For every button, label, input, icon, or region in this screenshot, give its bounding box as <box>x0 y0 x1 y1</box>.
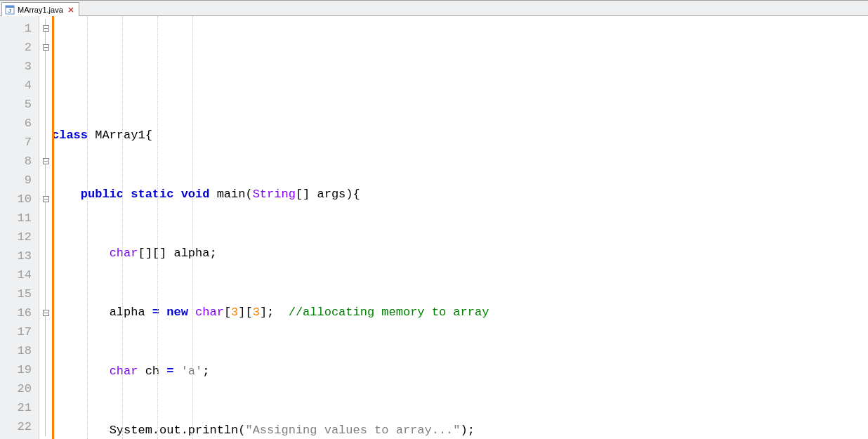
line-number: 9 <box>0 171 39 190</box>
fold-row <box>39 114 52 133</box>
fold-row <box>39 341 52 360</box>
fold-toggle-icon[interactable] <box>43 44 49 51</box>
line-number: 5 <box>0 95 39 114</box>
fold-row <box>39 284 52 303</box>
line-number: 6 <box>0 114 39 133</box>
fold-row <box>39 76 52 95</box>
fold-row <box>39 417 52 436</box>
fold-row <box>39 228 52 247</box>
fold-row <box>39 171 52 190</box>
code-editor[interactable]: 12345678910111213141516171819202122 clas… <box>0 16 868 439</box>
fold-toggle-icon[interactable] <box>43 196 49 202</box>
line-number: 7 <box>0 133 39 152</box>
tab-title: MArray1.java <box>18 6 63 14</box>
code-area[interactable]: class MArray1{ public static void main(S… <box>52 16 868 439</box>
fold-row <box>39 19 52 38</box>
line-number: 20 <box>0 379 39 398</box>
fold-row <box>39 360 52 379</box>
fold-row <box>39 95 52 114</box>
fold-row <box>39 209 52 228</box>
fold-toggle-icon[interactable] <box>43 310 49 316</box>
fold-row <box>39 398 52 417</box>
tab-bar: J MArray1.java <box>0 1 868 16</box>
fold-row <box>39 303 52 322</box>
fold-row <box>39 247 52 266</box>
line-number: 12 <box>0 228 39 247</box>
fold-toggle-icon[interactable] <box>43 25 49 32</box>
line-number: 11 <box>0 209 39 228</box>
fold-toggle-icon[interactable] <box>43 158 49 164</box>
line-number: 13 <box>0 247 39 266</box>
line-number: 18 <box>0 341 39 360</box>
code-line[interactable]: class MArray1{ <box>52 126 868 145</box>
fold-row <box>39 57 52 76</box>
line-number: 10 <box>0 190 39 209</box>
fold-row <box>39 133 52 152</box>
line-number: 16 <box>0 303 39 322</box>
line-number: 2 <box>0 38 39 57</box>
line-number-gutter: 12345678910111213141516171819202122 <box>0 16 39 439</box>
code-line[interactable]: char[][] alpha; <box>52 244 868 263</box>
java-file-icon: J <box>5 5 15 15</box>
change-marker <box>52 16 54 439</box>
line-number: 17 <box>0 322 39 341</box>
code-line[interactable]: public static void main(String[] args){ <box>52 185 868 204</box>
line-number: 15 <box>0 284 39 303</box>
close-icon[interactable] <box>67 6 74 13</box>
fold-row <box>39 190 52 209</box>
line-number: 14 <box>0 266 39 284</box>
line-number: 19 <box>0 360 39 379</box>
line-number: 21 <box>0 398 39 417</box>
file-tab[interactable]: J MArray1.java <box>1 2 79 16</box>
fold-column <box>39 16 52 439</box>
line-number: 22 <box>0 417 39 436</box>
fold-row <box>39 266 52 284</box>
code-line[interactable]: char ch = 'a'; <box>52 362 868 381</box>
code-line[interactable]: alpha = new char[3][3]; //allocating mem… <box>52 303 868 322</box>
fold-row <box>39 322 52 341</box>
fold-row <box>39 152 52 171</box>
line-number: 4 <box>0 76 39 95</box>
svg-text:J: J <box>8 8 11 14</box>
line-number: 3 <box>0 57 39 76</box>
fold-row <box>39 38 52 57</box>
line-number: 1 <box>0 19 39 38</box>
line-number: 8 <box>0 152 39 171</box>
code-line[interactable]: System.out.println("Assigning values to … <box>52 421 868 439</box>
fold-row <box>39 379 52 398</box>
